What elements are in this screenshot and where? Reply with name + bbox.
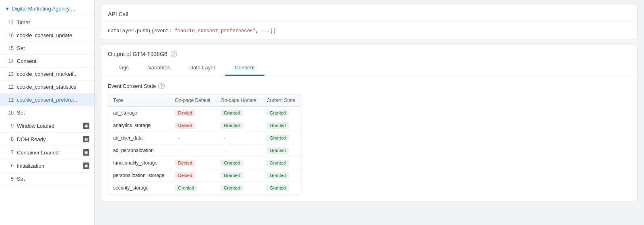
consent-update: Granted	[216, 182, 262, 194]
item-label: Set	[17, 110, 89, 116]
consent-type: security_storage	[108, 182, 170, 194]
sidebar-item-6[interactable]: 6Initialization▣	[0, 159, 94, 173]
sidebar-item-14[interactable]: 14Consent	[0, 55, 94, 68]
consent-table: TypeOn-page DefaultOn-page UpdateCurrent…	[108, 94, 301, 194]
item-label: Window Loaded	[17, 123, 80, 129]
consent-table-header-row: TypeOn-page DefaultOn-page UpdateCurrent…	[108, 94, 301, 107]
denied-badge: Denied	[175, 122, 195, 129]
sidebar-item-17[interactable]: 17Timer	[0, 16, 94, 29]
sidebar-item-8[interactable]: 8DOM Ready▣	[0, 133, 94, 146]
tab-variables[interactable]: Variables	[138, 60, 180, 76]
dash-badge: -	[221, 147, 229, 154]
table-row: ad_storageDeniedGrantedGranted	[108, 107, 301, 119]
table-column-header: Current State	[262, 94, 301, 107]
sidebar-header-label: Digital Marketing Agency ...	[12, 6, 76, 12]
tab-data-layer[interactable]: Data Layer	[180, 60, 225, 76]
consent-current: Granted	[262, 144, 301, 157]
dash-badge: -	[175, 147, 183, 154]
consent-title: Event Consent State ?	[108, 83, 631, 89]
output-card: Output of GTM-T938G6 ? TagsVariablesData…	[101, 45, 638, 201]
output-title: Output of GTM-T938G6	[108, 51, 167, 57]
consent-default: Granted	[170, 182, 216, 194]
consent-current: Granted	[262, 107, 301, 119]
consent-current: Granted	[262, 169, 301, 182]
consent-default: Denied	[170, 119, 216, 132]
table-column-header: Type	[108, 94, 170, 107]
tab-tags[interactable]: Tags	[108, 60, 138, 76]
item-number: 14	[5, 58, 14, 64]
item-number: 8	[5, 136, 14, 142]
consent-type: personalization_storage	[108, 169, 170, 182]
tab-consent[interactable]: Consent	[225, 60, 264, 76]
granted-badge: Granted	[175, 185, 197, 191]
denied-badge: Denied	[175, 172, 195, 179]
table-column-header: On-page Update	[216, 94, 262, 107]
sidebar-items-container: 17Timer16cookie_consent_update15Set14Con…	[0, 16, 94, 185]
item-label: Set	[17, 45, 89, 51]
chevron-down-icon: ▼	[5, 6, 10, 12]
granted-badge: Granted	[266, 172, 289, 179]
sidebar-item-11[interactable]: 11cookie_consent_prefere...	[0, 94, 94, 106]
api-call-title: API Call	[101, 5, 637, 22]
output-help-icon[interactable]: ?	[171, 51, 177, 57]
granted-badge: Granted	[221, 110, 243, 116]
item-number: 13	[5, 71, 14, 77]
granted-badge: Granted	[266, 110, 289, 116]
sidebar-item-7[interactable]: 7Container Loaded▣	[0, 146, 94, 159]
consent-type: analytics_storage	[108, 119, 170, 132]
table-column-header: On-page Default	[170, 94, 216, 107]
item-number: 11	[5, 97, 14, 103]
consent-current: Granted	[262, 119, 301, 132]
dash-badge: -	[175, 135, 183, 141]
item-number: 6	[5, 163, 14, 169]
sidebar-item-10[interactable]: 10Set	[0, 106, 94, 119]
consent-default: -	[170, 144, 216, 157]
item-label: cookie_consent_update	[17, 32, 89, 38]
sidebar: ▼ Digital Marketing Agency ... 17Timer16…	[0, 0, 95, 225]
consent-section: Event Consent State ? TypeOn-page Defaul…	[101, 76, 637, 201]
code-prefix: dataLayer.push({event:	[108, 28, 175, 34]
sidebar-header[interactable]: ▼ Digital Marketing Agency ...	[0, 2, 94, 16]
item-badge-icon: ▣	[83, 123, 89, 129]
sidebar-item-12[interactable]: 12cookie_consent_statistics	[0, 81, 94, 94]
item-number: 10	[5, 110, 14, 116]
code-string: "cookie_consent_preferences"	[175, 28, 256, 34]
consent-update: Granted	[216, 169, 262, 182]
item-number: 12	[5, 84, 14, 90]
item-label: Container Loaded	[17, 150, 80, 156]
item-number: 5	[5, 176, 14, 182]
sidebar-item-5[interactable]: 5Set	[0, 173, 94, 185]
consent-help-icon[interactable]: ?	[158, 83, 165, 89]
granted-badge: Granted	[266, 185, 289, 191]
output-header: Output of GTM-T938G6 ?	[101, 45, 637, 57]
consent-table-body: ad_storageDeniedGrantedGrantedanalytics_…	[108, 107, 301, 194]
consent-default: Denied	[170, 169, 216, 182]
consent-update: -	[216, 132, 262, 144]
dash-badge: -	[221, 135, 229, 141]
consent-current: Granted	[262, 157, 301, 169]
item-label: DOM Ready	[17, 136, 80, 142]
sidebar-item-13[interactable]: 13cookie_consent_marketi...	[0, 68, 94, 81]
consent-type: ad_storage	[108, 107, 170, 119]
item-label: Consent	[17, 58, 89, 64]
table-row: personalization_storageDeniedGrantedGran…	[108, 169, 301, 182]
code-suffix: , ...})	[256, 28, 276, 34]
api-call-card: API Call dataLayer.push({event: "cookie_…	[101, 5, 638, 40]
sidebar-item-9[interactable]: 9Window Loaded▣	[0, 119, 94, 133]
item-badge-icon: ▣	[83, 136, 89, 142]
item-badge-icon: ▣	[83, 149, 89, 156]
table-row: ad_user_data--Granted	[108, 132, 301, 144]
output-tabs: TagsVariablesData LayerConsent	[101, 60, 637, 76]
main-content: API Call dataLayer.push({event: "cookie_…	[95, 0, 644, 225]
consent-type: functionality_storage	[108, 157, 170, 169]
consent-update: Granted	[216, 157, 262, 169]
sidebar-item-15[interactable]: 15Set	[0, 42, 94, 55]
consent-current: Granted	[262, 132, 301, 144]
item-label: cookie_consent_prefere...	[17, 97, 89, 103]
denied-badge: Denied	[175, 110, 195, 116]
sidebar-item-16[interactable]: 16cookie_consent_update	[0, 29, 94, 42]
item-number: 7	[5, 150, 14, 155]
item-number: 16	[5, 33, 14, 38]
table-row: ad_personalization--Granted	[108, 144, 301, 157]
granted-badge: Granted	[266, 160, 289, 166]
